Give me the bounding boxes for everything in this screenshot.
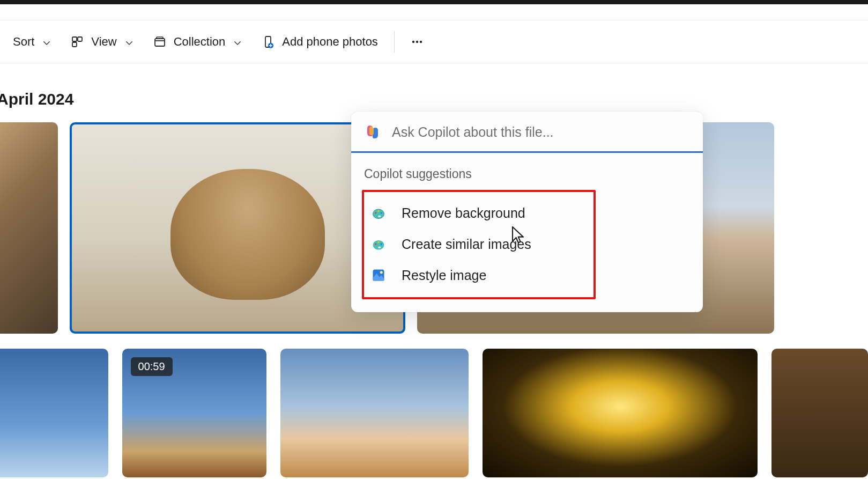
chevron-down-icon [124,37,134,47]
svg-point-10 [420,40,422,42]
svg-point-8 [412,40,414,42]
collection-label: Collection [174,35,226,49]
photo-thumbnail[interactable] [483,349,758,477]
photo-thumbnail[interactable] [771,349,868,477]
toolbar-separator [394,31,395,53]
date-group-header: April 2024 [0,90,868,108]
svg-point-13 [375,212,377,214]
svg-point-18 [375,243,377,245]
more-horizontal-icon [411,35,424,48]
add-phone-photos-button[interactable]: Add phone photos [253,29,387,55]
photo-thumbnail[interactable] [0,122,58,334]
copilot-suggestion-label: Remove background [402,205,525,221]
image-sparkle-icon [370,267,387,283]
copilot-input-row [351,112,703,153]
sort-button[interactable]: Sort [4,29,60,55]
svg-point-15 [381,212,383,214]
window-frame-top [0,0,868,4]
svg-point-14 [377,210,380,212]
copilot-suggestions-heading: Copilot suggestions [364,167,690,181]
svg-rect-1 [78,37,82,41]
photo-thumbnail[interactable] [0,349,108,477]
annotation-highlight-box: Remove background Create similar images … [362,190,596,299]
photo-grid-row-2: 00:59 [0,349,868,477]
chevron-down-icon [233,37,242,47]
collection-icon [153,35,166,48]
view-button[interactable]: View [62,29,142,55]
copilot-input[interactable] [392,124,690,140]
copilot-suggestion-create-similar[interactable]: Create similar images [367,229,590,260]
svg-point-24 [380,271,383,274]
svg-point-16 [378,215,381,217]
copilot-body: Copilot suggestions Remove background Cr… [351,153,703,312]
svg-point-20 [381,243,383,245]
svg-point-21 [378,246,381,248]
copilot-suggestion-restyle-image[interactable]: Restyle image [367,260,590,291]
copilot-popup: Copilot suggestions Remove background Cr… [351,112,703,312]
grid-view-icon [71,35,84,48]
collection-button[interactable]: Collection [145,29,251,55]
svg-rect-0 [72,37,77,41]
view-label: View [91,35,116,49]
sort-label: Sort [13,35,34,49]
svg-rect-3 [155,39,165,46]
more-options-button[interactable] [402,29,432,55]
svg-rect-2 [72,42,77,47]
svg-rect-5 [157,37,163,39]
copilot-suggestion-remove-background[interactable]: Remove background [367,197,590,229]
photos-toolbar: Sort View Collection Add phone photos [0,20,868,63]
svg-point-9 [416,40,418,42]
svg-point-19 [377,241,380,244]
add-phone-label: Add phone photos [282,35,378,49]
copilot-logo-icon [364,123,381,141]
video-thumbnail[interactable]: 00:59 [122,349,266,477]
copilot-suggestion-label: Create similar images [402,237,531,252]
video-duration-badge: 00:59 [131,357,173,376]
copilot-suggestion-label: Restyle image [402,268,486,283]
chevron-down-icon [42,37,51,47]
paint-palette-icon [370,236,387,252]
paint-palette-icon [370,205,387,221]
browser-chrome-bar [0,4,868,20]
photo-thumbnail[interactable] [280,349,469,477]
phone-add-icon [262,35,275,48]
